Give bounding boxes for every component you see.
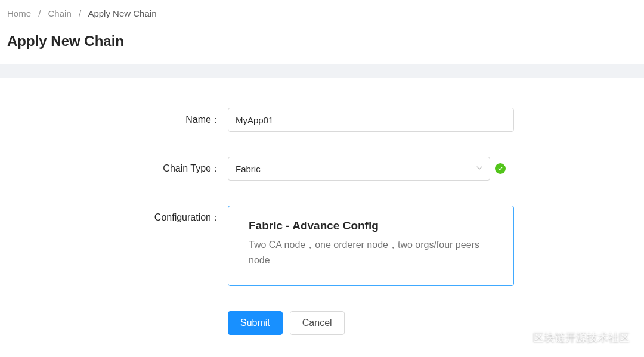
page-header: Home / Chain / Apply New Chain Apply New… (0, 0, 644, 64)
breadcrumb-separator: / (38, 8, 41, 18)
configuration-card-description: Two CA node，one orderer node，two orgs/fo… (249, 237, 493, 268)
breadcrumb-home[interactable]: Home (7, 8, 31, 18)
name-label: Name： (7, 108, 228, 132)
form-row-configuration: Configuration： Fabric - Advance Config T… (7, 206, 637, 286)
form-content: Name： Chain Type： Fabric Configuration： (0, 78, 644, 357)
form-row-actions: Submit Cancel (7, 311, 637, 335)
breadcrumb-current: Apply New Chain (88, 8, 156, 18)
name-input[interactable] (228, 108, 514, 132)
page-title: Apply New Chain (7, 33, 637, 49)
configuration-card-title: Fabric - Advance Config (249, 219, 493, 232)
form-row-name: Name： (7, 108, 637, 132)
submit-button[interactable]: Submit (228, 311, 283, 335)
configuration-card[interactable]: Fabric - Advance Config Two CA node，one … (228, 206, 514, 286)
layout-gap (0, 64, 644, 78)
breadcrumb-chain[interactable]: Chain (48, 8, 72, 18)
chain-type-select[interactable]: Fabric (228, 157, 490, 181)
chain-type-value: Fabric (236, 164, 261, 174)
breadcrumb: Home / Chain / Apply New Chain (7, 8, 637, 18)
form-row-chain-type: Chain Type： Fabric (7, 157, 637, 181)
cancel-button[interactable]: Cancel (290, 311, 345, 335)
check-circle-icon (495, 163, 506, 174)
breadcrumb-separator: / (79, 8, 81, 18)
chain-type-label: Chain Type： (7, 157, 228, 181)
configuration-label: Configuration： (7, 206, 228, 229)
